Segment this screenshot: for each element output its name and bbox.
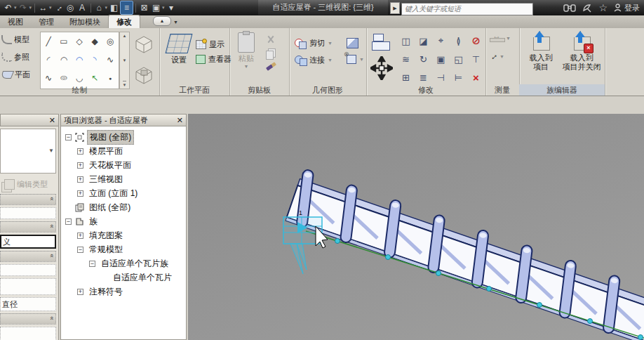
section-icon[interactable]: ◧	[108, 1, 120, 14]
polygon-inscribed-tool[interactable]: ◇	[72, 32, 87, 51]
measure-icon[interactable]: ↔	[53, 1, 65, 14]
collapse-icon[interactable]: −	[77, 247, 83, 253]
mirror-pick-axis-icon[interactable]: ◫	[397, 32, 415, 50]
expand-icon[interactable]: +	[77, 162, 83, 169]
unpin-icon[interactable]: ⊘	[467, 32, 485, 50]
ridge-beam[interactable]	[285, 167, 644, 340]
drawing-area-3d-view[interactable]: 1	[188, 114, 644, 340]
tree-item[interactable]: +立面 (立面 1)	[61, 186, 186, 200]
expand-icon[interactable]: +	[77, 176, 83, 183]
ribbon-collapse-dropdown-icon[interactable]: ▼	[173, 20, 178, 25]
close-hidden-windows-icon[interactable]: ⊠	[138, 1, 150, 14]
join-dropdown-icon[interactable]: ▼	[328, 58, 333, 63]
circle-tool[interactable]: ◎	[102, 32, 118, 51]
scroll-down-icon[interactable]: ▼	[123, 57, 127, 64]
fillet-arc-tool[interactable]: ◜	[41, 51, 56, 69]
undo-icon[interactable]: ↶▾	[2, 1, 18, 14]
favorites-icon[interactable]: ☆	[598, 1, 608, 15]
copy-to-clipboard-icon[interactable]	[266, 51, 274, 60]
rectangle-tool[interactable]: ▭	[56, 32, 72, 51]
property-row-diameter[interactable]: 直径	[0, 297, 56, 311]
search-help-icon[interactable]	[563, 4, 576, 13]
collapse-icon[interactable]: −	[65, 134, 72, 140]
tree-item[interactable]: +天花板平面	[61, 158, 186, 172]
property-group-header[interactable]: «	[0, 221, 56, 233]
property-group-header[interactable]: «	[0, 313, 56, 325]
edit-type-button[interactable]: 编辑类型	[1, 177, 57, 191]
tree-item[interactable]: +注释符号	[61, 285, 186, 299]
move-icon[interactable]	[370, 56, 393, 80]
draw-gallery-scrollbar[interactable]: ▲ ▼ ▼	[119, 32, 130, 89]
panel-label-family-editor[interactable]: 族编辑器	[519, 84, 605, 96]
tab-修改[interactable]: 修改	[108, 15, 140, 28]
measure-button[interactable]: ↔ ▼	[489, 49, 511, 63]
text-icon[interactable]: A	[76, 1, 88, 14]
project-browser-close-icon[interactable]: ✕	[177, 116, 183, 125]
select-box-icon[interactable]	[372, 34, 390, 51]
align-icon[interactable]: ⌖	[432, 32, 450, 50]
expand-icon[interactable]: +	[77, 190, 83, 197]
dimension-dropdown-icon[interactable]: ▼	[506, 36, 511, 41]
tree-item[interactable]: −常规模型	[61, 242, 186, 256]
set-work-plane-button[interactable]: 设置	[163, 34, 194, 65]
aligned-dimension-icon[interactable]: ↔▾	[37, 1, 53, 14]
property-row[interactable]	[0, 278, 56, 295]
properties-close-icon[interactable]: ✕	[49, 116, 55, 125]
scroll-up-icon[interactable]: ▲	[123, 32, 127, 39]
tangent-arc-tool[interactable]: ◝	[87, 51, 102, 69]
panel-label-work-plane[interactable]: 工作平面	[159, 84, 229, 96]
sign-in[interactable]: 登录	[614, 3, 640, 13]
tree-item[interactable]: +三维视图	[61, 172, 186, 186]
ribbon-collapse-button[interactable]: ▲	[153, 16, 171, 26]
type-selector-dropdown-icon[interactable]: ▼	[48, 148, 54, 154]
cut-to-clipboard-icon[interactable]	[266, 35, 276, 44]
solid-form-icon[interactable]	[132, 32, 156, 59]
paste-button[interactable]: 粘贴 ▼	[234, 32, 259, 69]
type-selector[interactable]: ▼	[0, 129, 56, 174]
expand-icon[interactable]: +	[77, 148, 83, 155]
cut-dropdown-icon[interactable]: ▼	[328, 41, 333, 46]
load-into-project-button[interactable]: 载入到 项目	[521, 31, 561, 72]
title-expand-button[interactable]: ▶	[390, 2, 400, 14]
tree-item[interactable]: +楼层平面	[61, 144, 186, 158]
tree-item[interactable]: −视图 (全部)	[61, 130, 186, 144]
tree-item[interactable]: −自适应单个瓦片族	[61, 256, 186, 270]
switch-windows-icon[interactable]: ▣▾	[150, 1, 166, 14]
panel-label-measure[interactable]: 测量	[485, 84, 519, 96]
property-row[interactable]	[0, 327, 56, 340]
viewer-button[interactable]: 查看器	[196, 54, 232, 65]
scale-icon[interactable]: ◱	[450, 50, 467, 68]
spline-tool[interactable]: ∿	[102, 51, 118, 69]
set-plane-mode[interactable]: 平面	[1, 66, 38, 84]
polygon-circumscribed-tool[interactable]: ◆	[87, 32, 102, 51]
communication-center-icon[interactable]	[582, 4, 592, 13]
split-element-icon[interactable]: ≬	[450, 32, 467, 50]
demolish-button[interactable]: ▼	[347, 55, 364, 64]
property-group-header[interactable]: «	[0, 251, 56, 262]
demolish-dropdown-icon[interactable]: ▼	[359, 57, 364, 62]
search-input[interactable]	[401, 3, 533, 15]
aligned-dimension-button[interactable]: ↔ ▼	[489, 34, 511, 42]
collapse-icon[interactable]: −	[89, 261, 95, 267]
join-geometry-button[interactable]: 连接 ▼	[295, 55, 333, 65]
tab-管理[interactable]: 管理	[31, 15, 62, 28]
paste-dropdown-icon[interactable]: ▼	[234, 64, 259, 69]
tree-item[interactable]: 图纸 (全部)	[61, 200, 186, 214]
panel-label-draw[interactable]: 绘制	[0, 84, 159, 96]
default-3d-view-icon[interactable]: ⌂▾	[93, 1, 109, 14]
tree-item[interactable]: 自适应单个瓦片	[61, 270, 186, 285]
create-group-icon[interactable]: ▣	[432, 50, 450, 68]
start-end-radius-arc-tool[interactable]: ◠	[72, 51, 87, 69]
property-group-header[interactable]: «	[0, 194, 56, 205]
panel-label-clipboard[interactable]: 剪贴板	[229, 84, 289, 96]
tree-item[interactable]: +填充图案	[61, 228, 186, 242]
property-row[interactable]	[0, 264, 56, 276]
tab-视图[interactable]: 视图	[0, 15, 31, 28]
tree-item[interactable]: −族	[61, 214, 186, 228]
mirror-draw-axis-icon[interactable]: ◪	[415, 32, 432, 50]
customize-qat-icon[interactable]: ▾	[166, 1, 177, 14]
show-work-plane-button[interactable]: 显示	[196, 39, 232, 50]
rotate-icon[interactable]: ↻	[415, 50, 432, 68]
panel-label-geometry[interactable]: 几何图形	[289, 84, 366, 96]
model-line-mode[interactable]: 模型	[1, 31, 38, 48]
